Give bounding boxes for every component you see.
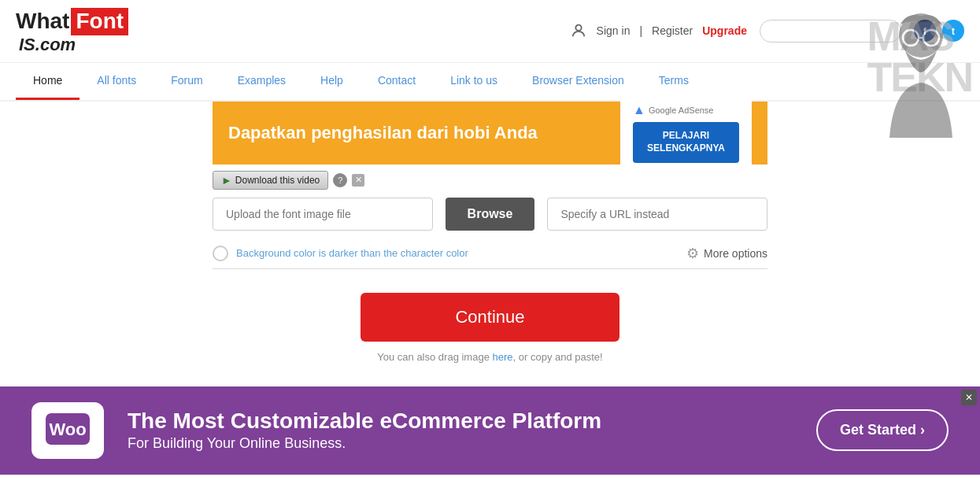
nav-forum[interactable]: Forum [153,63,220,100]
adsense-logo-icon: ▲ [633,103,645,117]
woo-logo: Woo [31,402,104,459]
logo-font: Font [71,8,128,35]
upload-section: Browse [0,190,980,238]
more-options-button[interactable]: ⚙ More options [686,245,767,262]
adsense-text: Google AdSense [649,105,714,115]
bg-color-option[interactable]: Background color is darker than the char… [213,246,468,261]
woo-ad-banner: Woo The Most Customizable eCommerce Plat… [0,386,980,475]
upload-file-input[interactable] [213,198,433,231]
adsense-block: ▲ Google AdSense PELAJARISELENGKAPNYA [620,95,752,170]
upgrade-link[interactable]: Upgrade [702,24,747,37]
user-icon [570,22,587,39]
woo-sub: For Building Your Online Business. [128,434,601,453]
ad-top-text: Dapatkan penghasilan dari hobi Anda [228,123,538,143]
download-close-icon[interactable]: ✕ [352,174,364,187]
logo[interactable]: What Font IS.com [16,8,130,54]
header-right: Sign in | Register Upgrade f t [570,20,964,43]
gear-icon: ⚙ [686,245,699,262]
nav-contact[interactable]: Contact [361,63,433,100]
woo-logo-icon: Woo [44,412,91,446]
svg-text:Woo: Woo [49,420,86,439]
register-link[interactable]: Register [652,24,693,37]
download-video-button[interactable]: ► Download this video [213,171,328,190]
woo-text: The Most Customizable eCommerce Platform… [128,408,601,454]
options-row: Background color is darker than the char… [0,238,980,268]
top-ad-banner: Dapatkan penghasilan dari hobi Anda ▲ Go… [213,102,767,165]
nav-all-fonts[interactable]: All fonts [80,63,153,100]
download-video-label: Download this video [235,175,320,186]
woo-title: The Most Customizable eCommerce Platform [128,408,601,434]
bg-color-radio[interactable] [213,246,228,261]
twitter-icon[interactable]: t [942,20,964,42]
nav-link-to-us[interactable]: Link to us [433,63,515,100]
main-nav: Home All fonts Forum Examples Help Conta… [0,63,980,102]
search-input[interactable] [760,20,901,43]
continue-button[interactable]: Continue [361,293,619,342]
url-input[interactable] [547,198,767,231]
signin-link[interactable]: Sign in [597,24,631,37]
logo-what: What [16,10,69,32]
download-video-bar: ► Download this video ? ✕ [213,171,767,190]
drag-hint: You can also drag image here, or copy an… [377,351,602,363]
facebook-icon[interactable]: f [914,20,936,42]
social-icons: f t [914,20,964,42]
nav-terms[interactable]: Terms [642,63,706,100]
nav-help[interactable]: Help [303,63,361,100]
bg-color-label: Background color is darker than the char… [236,247,468,259]
logo-iscom: IS.com [16,35,130,54]
adsense-cta-button[interactable]: PELAJARISELENGKAPNYA [633,122,739,162]
more-options-label: More options [704,247,767,260]
browse-button[interactable]: Browse [446,198,535,231]
play-icon: ► [221,174,232,187]
woo-get-started-button[interactable]: Get Started › [816,409,949,451]
nav-home[interactable]: Home [16,63,80,100]
header: What Font IS.com Sign in | Register Upgr… [0,0,980,63]
nav-browser-extension[interactable]: Browser Extension [515,63,642,100]
continue-section: Continue You can also drag image here, o… [0,269,980,371]
svg-point-0 [575,25,581,31]
nav-examples[interactable]: Examples [220,63,303,100]
woo-ad-close-button[interactable]: ✕ [961,390,977,405]
auth-divider: | [639,24,642,37]
here-link[interactable]: here [493,351,513,363]
download-help-icon[interactable]: ? [333,173,347,187]
adsense-label: ▲ Google AdSense [633,103,739,117]
header-auth: Sign in | Register Upgrade [570,22,747,39]
